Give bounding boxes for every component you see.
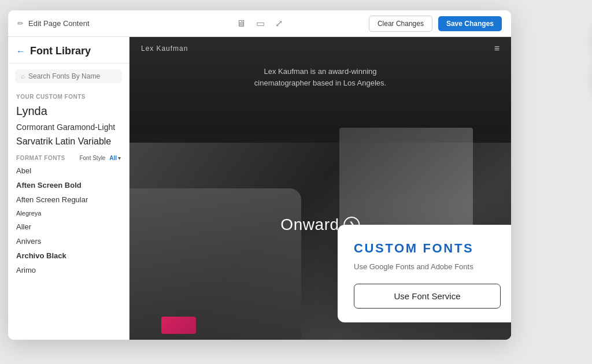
font-item-aften-bold[interactable]: Aften Screen Bold xyxy=(8,178,129,192)
font-item-anivers[interactable]: Anivers xyxy=(8,234,129,248)
custom-font-sarvatrik[interactable]: Sarvatrik Latin Variable xyxy=(8,134,129,149)
desktop-icon[interactable]: 🖥 xyxy=(236,18,246,29)
use-font-service-button[interactable]: Use Font Service xyxy=(354,284,501,309)
popup-subtitle: Use Google Fonts and Adobe Fonts xyxy=(354,262,501,272)
font-item-alegreya[interactable]: Alegreya xyxy=(8,207,129,220)
hero-subtitle: Lex Kaufman is an award-winning cinemato… xyxy=(245,66,395,88)
edit-page-label: Edit Page Content xyxy=(28,19,90,28)
toolbar-left: ✏ Edit Page Content xyxy=(17,19,179,28)
search-input[interactable] xyxy=(28,72,116,80)
canvas-area: Lex Kaufman ≡ Lex Kaufman is an award-wi… xyxy=(130,37,511,340)
search-box[interactable]: ⌕ xyxy=(15,69,122,83)
sidebar-header: ← Font Library xyxy=(8,37,129,64)
hero-cta-text: Onward xyxy=(280,216,339,234)
font-library-sidebar: ← Font Library ⌕ YOUR CUSTOM FONTS Lynda… xyxy=(8,37,130,340)
font-style-value: All xyxy=(109,155,117,161)
format-fonts-label: FORMAT FONTS xyxy=(16,155,65,161)
editor-window: ✏ Edit Page Content 🖥 ▭ ⤢ Clear Changes … xyxy=(8,10,511,340)
sidebar-title: Font Library xyxy=(30,45,91,57)
toolbar-center: 🖥 ▭ ⤢ xyxy=(179,18,340,29)
hero-text: Lex Kaufman is an award-winning cinemato… xyxy=(130,66,511,88)
font-item-abel[interactable]: Abel xyxy=(8,164,129,178)
main-area: ← Font Library ⌕ YOUR CUSTOM FONTS Lynda… xyxy=(8,37,511,340)
custom-fonts-popup: CUSTOM FONTS Use Google Fonts and Adobe … xyxy=(338,225,511,322)
tablet-icon[interactable]: ▭ xyxy=(256,18,265,29)
preview-menu-icon[interactable]: ≡ xyxy=(494,43,500,54)
toolbar-right: Clear Changes Save Changes xyxy=(341,16,502,32)
preview-logo: Lex Kaufman xyxy=(141,44,188,53)
popup-title: CUSTOM FONTS xyxy=(354,241,501,256)
toolbar: ✏ Edit Page Content 🖥 ▭ ⤢ Clear Changes … xyxy=(8,10,511,37)
font-item-aller[interactable]: Aller xyxy=(8,220,129,234)
pink-object-bg xyxy=(161,317,196,334)
font-style-filter[interactable]: Font Style All ▾ xyxy=(79,155,121,161)
format-fonts-header: FORMAT FONTS Font Style All ▾ xyxy=(8,149,129,164)
custom-fonts-label: YOUR CUSTOM FONTS xyxy=(8,89,129,102)
back-arrow-icon[interactable]: ← xyxy=(16,46,25,57)
clear-changes-button[interactable]: Clear Changes xyxy=(369,16,432,32)
font-style-label: Font Style xyxy=(79,155,105,161)
filter-chevron-icon: ▾ xyxy=(118,155,121,161)
car-seat-bg xyxy=(130,188,301,340)
custom-font-lynda[interactable]: Lynda xyxy=(8,102,129,120)
save-changes-button[interactable]: Save Changes xyxy=(438,16,502,31)
custom-font-cormorant[interactable]: Cormorant Garamond-Light xyxy=(8,120,129,134)
pencil-icon: ✏ xyxy=(17,19,24,28)
preview-nav: Lex Kaufman ≡ xyxy=(130,37,511,60)
expand-icon[interactable]: ⤢ xyxy=(275,18,283,29)
font-item-aften-regular[interactable]: Aften Screen Regular xyxy=(8,192,129,207)
search-icon: ⌕ xyxy=(21,72,25,80)
font-item-arimo[interactable]: Arimo xyxy=(8,263,129,277)
font-item-archivo[interactable]: Archivo Black xyxy=(8,248,129,263)
